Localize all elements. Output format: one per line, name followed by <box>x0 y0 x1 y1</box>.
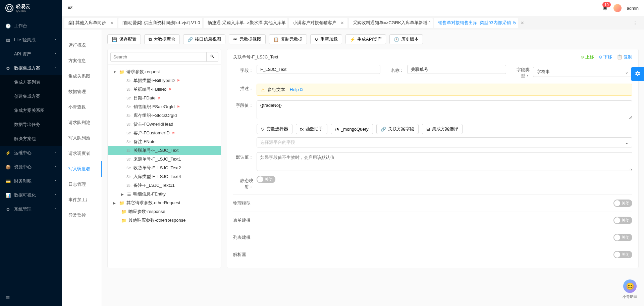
settings-float-button[interactable] <box>631 67 644 81</box>
nav-item-5[interactable]: 📦资源中心˅ <box>0 160 62 174</box>
toolbar-btn-7[interactable]: 🕐历史版本 <box>389 34 423 44</box>
history-icon: 🕐 <box>394 37 399 42</box>
mid-nav-2[interactable]: 集成关系图 <box>62 69 102 84</box>
tree-node-16[interactable]: 📁响应参数-response <box>108 207 221 216</box>
help-link[interactable]: Help ⧉ <box>290 87 303 92</box>
toolbar-btn-3[interactable]: 👁元数据视图 <box>229 34 266 44</box>
tab-0[interactable]: 梨]-其他入库单同步✕ <box>64 18 117 28</box>
nav-item-4[interactable]: ⚡运维中心˅ <box>0 146 62 160</box>
mid-nav-10[interactable]: 事件加工厂 <box>62 192 102 208</box>
mid-nav-4[interactable]: 小青查数 <box>62 99 102 115</box>
section-toggle-2[interactable]: 关闭 <box>613 234 632 241</box>
toolbar-btn-6[interactable]: ⚡生成API资产 <box>345 34 386 44</box>
default-textarea[interactable] <box>257 152 632 171</box>
nav-sub-item-0[interactable]: 集成方案列表 <box>0 75 62 89</box>
refresh-icon[interactable]: ↻ <box>513 20 517 26</box>
nav-item-7[interactable]: 📊数据可视化˅ <box>0 188 62 202</box>
tree-toggle-icon[interactable]: ▶ <box>113 201 117 205</box>
mid-nav-11[interactable]: 异常监控 <box>62 208 102 223</box>
mongo-query-button[interactable]: ◔ _mongoQuery <box>331 124 373 134</box>
nav-sub-item-1[interactable]: 创建集成方案 <box>0 89 62 103</box>
tab-more-button[interactable]: ⋮ <box>629 20 641 26</box>
tab-5[interactable]: 销售单对接销售出库_类型93内部采销↻✕ <box>434 18 518 28</box>
mid-nav-5[interactable]: 请求队列池 <box>62 115 102 130</box>
tree-node-6[interactable]: Str.货主-FOwnerIdHead <box>108 120 221 129</box>
tree-toggle-icon[interactable]: ▼ <box>113 70 117 74</box>
section-toggle-0[interactable]: 关闭 <box>613 200 632 207</box>
notification-bell[interactable]: 10 <box>602 5 608 12</box>
tree-node-0[interactable]: ▼📁请求参数-request <box>108 68 221 76</box>
tree-node-12[interactable]: Str.入库类型-F_LSJC_Text4 <box>108 172 221 181</box>
var-selector-button[interactable]: ▽ 变量选择器 <box>257 124 292 134</box>
assistant-widget[interactable]: 😊 小青助理 <box>623 279 637 299</box>
toolbar-btn-5[interactable]: ↻重新加载 <box>310 34 342 44</box>
move-down-button[interactable]: ⊖ 下移 <box>599 54 612 60</box>
toolbar-btn-1[interactable]: ⧉大数据聚合 <box>144 34 180 44</box>
name-input[interactable] <box>407 65 506 74</box>
nav-item-3[interactable]: ⚙数据集成方案˄ <box>0 61 62 75</box>
notification-badge: 10 <box>602 2 610 7</box>
platform-select[interactable]: 选择源平台的字段⌄ <box>257 137 632 147</box>
section-2: 列表建模关闭 <box>233 229 632 246</box>
mid-nav-6[interactable]: 写入队列池 <box>62 130 102 146</box>
tree-node-14[interactable]: ▶☰明细信息-FEntity <box>108 190 221 199</box>
related-field-button[interactable]: 🔗 关联方案字段 <box>376 124 419 134</box>
tab-1[interactable]: [自动爱梨]-供应商资料同步[kd->jst]-V1.0✕ <box>118 18 202 28</box>
plan-select-button[interactable]: ⊞ 集成方案选择 <box>422 124 463 134</box>
nav-item-1[interactable]: ▦Lite 轻集成˅ <box>0 33 62 47</box>
tree-node-4[interactable]: Str.销售组织-FSaleOrgId⚑ <box>108 102 221 111</box>
tree-node-1[interactable]: Str.单据类型-FBillTypeID⚑ <box>108 76 221 85</box>
param-tree: ▼📁请求参数-requestStr.单据类型-FBillTypeID⚑Str.单… <box>108 65 221 227</box>
toolbar-btn-0[interactable]: 💾保存配置 <box>107 34 141 44</box>
sidebar-collapse-button[interactable] <box>5 295 10 301</box>
mid-nav-1[interactable]: 方案信息 <box>62 53 102 69</box>
tree-node-11[interactable]: Str.收货单号-F_LSJC_Text2 <box>108 164 221 172</box>
nav-sub-item-4[interactable]: 解决方案包 <box>0 132 62 146</box>
toolbar-btn-4[interactable]: 📋复制元数据 <box>269 34 307 44</box>
func-helper-button[interactable]: fx 函数助手 <box>296 124 327 134</box>
type-badge: Str. <box>126 184 131 187</box>
fieldtype-select[interactable]: 字符串⌄ <box>533 67 632 77</box>
fieldvalue-textarea[interactable]: {{tradeNo}} <box>257 100 632 119</box>
search-button[interactable] <box>207 52 218 62</box>
tree-node-15[interactable]: ▶📁其它请求参数-otherRequest <box>108 199 221 207</box>
move-up-button[interactable]: ⊕ 上移 <box>581 54 594 60</box>
nav-item-6[interactable]: 💳财务对账˅ <box>0 174 62 188</box>
staticmap-label: 静态映射： <box>233 176 253 190</box>
copy-button[interactable]: 📋 复制 <box>617 54 632 60</box>
mid-nav-9[interactable]: 日志管理 <box>62 177 102 192</box>
nav-item-2[interactable]: API 资产˅ <box>0 47 62 61</box>
tree-node-7[interactable]: Str.客户-FCustomerID⚑ <box>108 129 221 137</box>
mid-nav-0[interactable]: 运行概况 <box>62 38 102 53</box>
mid-nav-7[interactable]: 请求调度者 <box>62 146 102 161</box>
tree-node-3[interactable]: Str.日期-FDate⚑ <box>108 94 221 102</box>
search-input[interactable] <box>110 52 207 62</box>
close-icon[interactable]: ✕ <box>108 20 116 26</box>
tree-node-2[interactable]: Str.单据编号-FBillNo⚑ <box>108 85 221 94</box>
hamburger-icon[interactable] <box>67 4 73 12</box>
tree-node-10[interactable]: Str.来源单号-F_LSJC_Text1 <box>108 155 221 164</box>
tab-3[interactable]: 小满客户对接领猫客户✕ <box>289 18 347 28</box>
tree-node-5[interactable]: Str.库存组织-FStockOrgId <box>108 111 221 120</box>
tree-node-8[interactable]: Str.备注-FNote <box>108 137 221 146</box>
mid-nav-3[interactable]: 数据管理 <box>62 84 102 99</box>
staticmap-toggle[interactable]: 关闭 <box>257 176 275 183</box>
tab-2[interactable]: 畅捷通-采购入库单-->聚水潭-其他入库单✕ <box>204 18 287 28</box>
nav-sub-item-2[interactable]: 集成方案关系图 <box>0 103 62 118</box>
tree-node-17[interactable]: 📁其他响应参数-otherResponse <box>108 216 221 225</box>
nav-item-0[interactable]: 🕐工作台 <box>0 19 62 33</box>
tree-node-13[interactable]: Str.备注-F_LSJC_Text11 <box>108 181 221 190</box>
section-toggle-3[interactable]: 关闭 <box>613 251 632 258</box>
close-icon[interactable]: ✕ <box>519 20 526 26</box>
mid-nav-8[interactable]: 写入调度者 <box>62 161 102 177</box>
field-input[interactable] <box>257 65 380 74</box>
nav-item-8[interactable]: ⚙系统管理˅ <box>0 202 62 216</box>
close-icon[interactable]: ✕ <box>338 20 346 26</box>
section-toggle-1[interactable]: 关闭 <box>613 217 632 224</box>
tree-toggle-icon[interactable]: ▶ <box>121 192 125 196</box>
toolbar-btn-2[interactable]: 🔗接口信息视图 <box>183 34 225 44</box>
tab-4[interactable]: 采购收料通知单=>CGRK入库单单新增-1✕ <box>349 18 433 28</box>
nav-sub-item-3[interactable]: 数据导出任务 <box>0 118 62 132</box>
avatar[interactable] <box>613 4 622 12</box>
tree-node-9[interactable]: Str.关联单号-F_LSJC_Text <box>108 146 221 155</box>
